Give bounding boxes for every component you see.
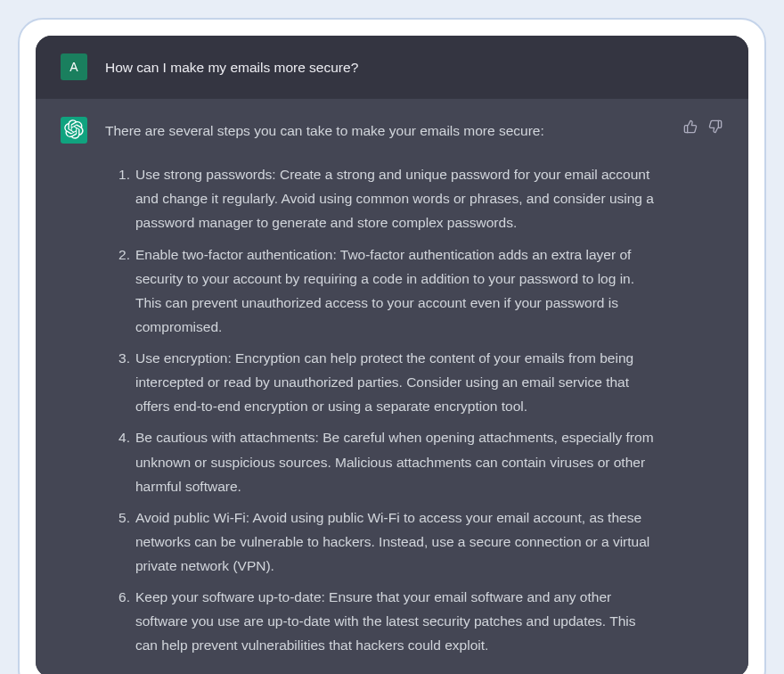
assistant-avatar (61, 117, 87, 144)
user-message-row: A How can I make my emails more secure? (36, 36, 748, 98)
user-avatar-letter: A (69, 60, 78, 74)
user-message-text: How can I make my emails more secure? (105, 53, 723, 79)
outer-frame: A How can I make my emails more secure? … (18, 18, 766, 674)
assistant-message-content: There are several steps you can take to … (105, 117, 665, 665)
thumbs-down-button[interactable] (707, 120, 723, 136)
chat-window: A How can I make my emails more secure? … (36, 36, 748, 674)
thumbs-up-icon (683, 119, 698, 137)
assistant-message-row: There are several steps you can take to … (36, 98, 748, 674)
feedback-actions (682, 117, 723, 136)
thumbs-up-button[interactable] (682, 120, 698, 136)
list-item: Keep your software up-to-date: Ensure th… (125, 585, 656, 657)
list-item: Be cautious with attachments: Be careful… (125, 425, 656, 497)
list-item: Enable two-factor authentication: Two-fa… (125, 242, 656, 340)
thumbs-down-icon (708, 119, 723, 137)
openai-logo-icon (64, 119, 84, 142)
list-item: Use encryption: Encryption can help prot… (125, 346, 656, 418)
list-item: Avoid public Wi-Fi: Avoid using public W… (125, 506, 656, 578)
assistant-intro-text: There are several steps you can take to … (105, 119, 656, 143)
user-avatar: A (61, 53, 87, 80)
list-item: Use strong passwords: Create a strong an… (125, 162, 656, 234)
assistant-list: Use strong passwords: Create a strong an… (105, 162, 656, 657)
